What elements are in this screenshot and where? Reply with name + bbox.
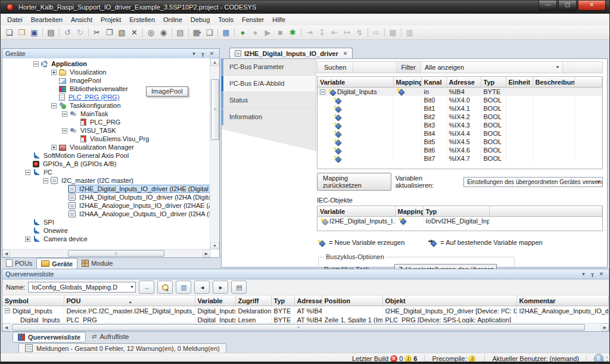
tree-item-label[interactable]: Visualization Manager bbox=[69, 144, 135, 151]
collapse-icon[interactable] bbox=[320, 89, 325, 95]
nav-information[interactable]: Information bbox=[222, 109, 316, 125]
tree-item-label[interactable]: Taskkonfiguration bbox=[69, 102, 122, 109]
tree-item-camera-device[interactable]: Camera device bbox=[2, 235, 210, 243]
tree-item-taskkonfiguration[interactable]: Taskkonfiguration bbox=[2, 101, 210, 110]
column-header-typ[interactable]: Typ bbox=[271, 295, 294, 306]
tree-item-label[interactable]: I2HA_Digital_Outputs_IO_driver (I2HA (Di… bbox=[78, 194, 210, 201]
column-header-mapping[interactable]: Mapping bbox=[393, 77, 421, 88]
column-header-typ[interactable]: Typ bbox=[423, 206, 489, 217]
menu-online[interactable]: Online bbox=[159, 14, 186, 25]
table-row[interactable]: Bit7%IX4.7BOOL bbox=[318, 154, 602, 163]
nav-i2c-bus-parameter[interactable]: I²C-Bus Parameter bbox=[222, 59, 316, 76]
expand-icon[interactable] bbox=[51, 70, 57, 75]
search-input[interactable] bbox=[353, 62, 396, 73]
document-tab-i2he-digital-inputs[interactable]: I2HE_Digital_Inputs_IO_driver ✕ bbox=[229, 48, 353, 58]
update-variables-dropdown[interactable]: Einstellungen des übergeordneten Gerätes… bbox=[463, 177, 603, 187]
table-row[interactable]: Bit4%IX4.4BOOL bbox=[318, 129, 602, 138]
menu-fenster[interactable]: Fenster bbox=[238, 14, 268, 25]
save-button[interactable]: ▣ bbox=[28, 27, 41, 38]
tree-item-label[interactable]: I2HAE_Analogue_Inputs_IO_driver (I2HAE (… bbox=[78, 202, 210, 209]
menu-datei[interactable]: Datei bbox=[3, 14, 27, 25]
name-dropdown[interactable]: IoConfig_Globals_Mapping.D bbox=[28, 282, 136, 293]
tree-item-maintask[interactable]: MainTask bbox=[2, 110, 210, 118]
tab-querverweisliste[interactable]: Querverweisliste bbox=[13, 332, 86, 343]
tree-item-visualization-manager[interactable]: Visualization Manager bbox=[2, 143, 210, 151]
collapse-icon[interactable] bbox=[62, 128, 67, 133]
tree-item-i2ha-digital-outputs[interactable]: I2HA_Digital_Outputs_IO_driver (I2HA (Di… bbox=[2, 193, 210, 201]
tree-item-visualization[interactable]: Visualization bbox=[2, 68, 210, 76]
redo-button[interactable]: ↻ bbox=[74, 27, 86, 38]
table-row[interactable]: Digital_Inputs in %IB4 BYTE bbox=[318, 88, 602, 97]
panel-menu-icon[interactable]: ▾ bbox=[579, 270, 588, 278]
build-button[interactable]: ▦▾ bbox=[191, 27, 203, 38]
open-project-button[interactable]: ❒ bbox=[15, 27, 28, 38]
tree-item-i2c[interactable]: I²C bbox=[2, 168, 210, 176]
tab-close-icon[interactable]: ✕ bbox=[343, 51, 348, 57]
column-header-symbol[interactable]: Symbol bbox=[2, 295, 64, 306]
step-into-button[interactable]: ↧ bbox=[316, 27, 328, 38]
new-file-button[interactable]: ❏ bbox=[3, 27, 15, 38]
tree-item-label[interactable]: I2HAA_Analogue_Outputs_IO_driver (I2HA (… bbox=[78, 210, 210, 217]
logout-button[interactable]: ● bbox=[249, 27, 262, 38]
tree-item-label[interactable]: Visualization bbox=[69, 69, 108, 76]
collapse-icon[interactable] bbox=[62, 111, 67, 117]
column-header-position[interactable]: Position bbox=[322, 295, 382, 306]
next-button[interactable]: ▸ bbox=[213, 281, 228, 294]
column-header-variable[interactable]: Variable bbox=[318, 77, 393, 88]
collapse-icon[interactable] bbox=[5, 308, 10, 313]
tree-item-label[interactable]: Camera device bbox=[42, 235, 89, 242]
messages-tab[interactable]: Meldungen - Gesamt 0 Fehler, 12 Warnung(… bbox=[18, 343, 226, 353]
copy-button[interactable]: ❐ bbox=[103, 27, 116, 38]
scrollbar-thumb[interactable] bbox=[12, 324, 585, 331]
tree-item-label[interactable]: I2C_master (I2C master) bbox=[60, 177, 135, 184]
toolbox-button[interactable]: ▥ bbox=[403, 27, 416, 38]
tree-item-label[interactable]: ImagePool bbox=[69, 77, 102, 84]
tree-vertical-scrollbar[interactable]: ▲ ▼ bbox=[210, 58, 219, 250]
new-object-button[interactable]: ❑ bbox=[203, 27, 216, 38]
tree-item-gpios[interactable]: GPIOs_A_B (GPIOs A/B) bbox=[2, 160, 210, 168]
tab-geraete[interactable]: Geräte bbox=[36, 258, 77, 269]
tree-item-i2hae-analogue-inputs[interactable]: I2HAE_Analogue_Inputs_IO_driver (I2HAE (… bbox=[2, 201, 210, 210]
menu-ansicht[interactable]: Ansicht bbox=[67, 14, 97, 25]
reset-mapping-button[interactable]: Mapping zurücksetzen bbox=[317, 173, 391, 191]
tree-item-i2haa-analogue-outputs[interactable]: I2HAA_Analogue_Outputs_IO_driver (I2HA (… bbox=[2, 210, 210, 218]
tree-item-label[interactable]: SPI bbox=[42, 219, 55, 226]
column-header-typ[interactable]: Typ bbox=[481, 77, 506, 88]
delete-button[interactable]: ✕ bbox=[128, 27, 141, 38]
column-header-kommentar[interactable]: Kommentar bbox=[516, 295, 609, 306]
column-header-variable[interactable]: Variable bbox=[195, 295, 235, 306]
column-header-adresse[interactable]: Adresse bbox=[294, 295, 322, 306]
table-row[interactable]: Bit0%IX4.0BOOL bbox=[318, 96, 602, 104]
xref-horizontal-scrollbar[interactable]: ◀ ▶ bbox=[2, 323, 609, 331]
tree-item-softmotion[interactable]: SoftMotion General Axis Pool bbox=[2, 151, 210, 160]
step-over-button[interactable]: ⇥ bbox=[303, 27, 316, 38]
column-header-kanal[interactable]: Kanal bbox=[421, 77, 446, 88]
find-replace-button[interactable]: ◉ bbox=[157, 27, 170, 38]
tab-aufrufliste[interactable]: ⇄Aufrufliste bbox=[87, 332, 133, 341]
stop-button[interactable]: ■ bbox=[274, 27, 287, 38]
column-header-einheit[interactable]: Einheit bbox=[506, 77, 533, 88]
tools-button[interactable]: ✱ bbox=[287, 27, 299, 38]
panel-menu-icon[interactable]: ▾ bbox=[189, 49, 198, 58]
export-button[interactable]: ▤ bbox=[174, 27, 186, 38]
expand-icon[interactable] bbox=[25, 237, 30, 242]
panel-close-icon[interactable]: ✕ bbox=[207, 49, 216, 58]
panel-close-icon[interactable]: ✕ bbox=[597, 270, 606, 278]
menu-projekt[interactable]: Projekt bbox=[97, 14, 125, 25]
scroll-down-icon[interactable]: ▼ bbox=[210, 242, 219, 250]
column-header-variable[interactable]: Variable bbox=[318, 206, 395, 217]
scrollbar-thumb[interactable] bbox=[68, 250, 164, 257]
scroll-left-icon[interactable]: ◀ bbox=[2, 323, 10, 331]
tree-item-label[interactable]: SoftMotion General Axis Pool bbox=[42, 152, 130, 159]
print-button[interactable]: ▤ bbox=[45, 27, 57, 38]
collapse-icon[interactable] bbox=[43, 178, 48, 183]
search-button[interactable]: Suchen bbox=[318, 62, 353, 73]
tree-item-label[interactable]: Onewire bbox=[42, 227, 69, 234]
column-header-zugriff[interactable]: Zugriff bbox=[235, 295, 271, 306]
table-row[interactable]: Bit1%IX4.1BOOL bbox=[318, 104, 602, 113]
cut-button[interactable]: ✂ bbox=[91, 27, 103, 38]
single-cycle-button[interactable]: ↯ bbox=[353, 27, 366, 38]
menu-hilfe[interactable]: Hilfe bbox=[268, 14, 290, 25]
table-row[interactable]: Bit5%IX4.5BOOL bbox=[318, 138, 602, 146]
tree-item-imagepool[interactable]: ImagePool bbox=[2, 76, 210, 85]
